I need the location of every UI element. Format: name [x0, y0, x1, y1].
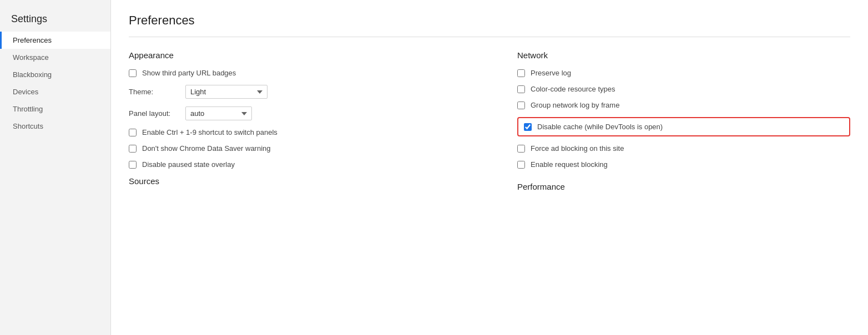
disable-paused-row: Disable paused state overlay — [129, 160, 484, 169]
force-ad-blocking-label[interactable]: Force ad blocking on this site — [517, 144, 624, 153]
dont-show-chrome-label[interactable]: Don't show Chrome Data Saver warning — [129, 144, 271, 153]
sidebar-item-label: Devices — [13, 88, 38, 96]
sidebar-item-workspace[interactable]: Workspace — [0, 49, 110, 66]
preserve-log-text: Preserve log — [531, 69, 571, 77]
right-column: Network Preserve log Color-code resource… — [517, 50, 850, 322]
sidebar-item-label: Workspace — [13, 53, 49, 62]
sidebar-item-throttling[interactable]: Throttling — [0, 100, 110, 118]
disable-paused-label[interactable]: Disable paused state overlay — [129, 160, 235, 169]
disable-cache-highlighted-row: Disable cache (while DevTools is open) — [517, 117, 850, 136]
disable-paused-checkbox[interactable] — [129, 161, 137, 169]
sidebar-item-label: Shortcuts — [13, 122, 43, 130]
enable-request-blocking-checkbox[interactable] — [517, 161, 525, 169]
color-code-label[interactable]: Color-code resource types — [517, 85, 615, 93]
sidebar-item-label: Preferences — [13, 36, 52, 44]
theme-label: Theme: — [129, 88, 179, 96]
dont-show-chrome-text: Don't show Chrome Data Saver warning — [142, 144, 271, 153]
show-third-party-label[interactable]: Show third party URL badges — [129, 69, 236, 77]
show-third-party-checkbox[interactable] — [129, 69, 137, 77]
group-network-text: Group network log by frame — [531, 101, 619, 109]
panel-layout-row: Panel layout: auto horizontal vertical — [129, 106, 484, 120]
network-section-title: Network — [517, 50, 850, 60]
enable-ctrl-row: Enable Ctrl + 1-9 shortcut to switch pan… — [129, 128, 484, 136]
force-ad-blocking-checkbox[interactable] — [517, 145, 525, 153]
enable-ctrl-text: Enable Ctrl + 1-9 shortcut to switch pan… — [142, 128, 277, 136]
sidebar: Settings Preferences Workspace Blackboxi… — [0, 0, 111, 335]
color-code-checkbox[interactable] — [517, 85, 525, 93]
show-third-party-row: Show third party URL badges — [129, 69, 484, 77]
network-section: Network Preserve log Color-code resource… — [517, 50, 850, 169]
sidebar-item-shortcuts[interactable]: Shortcuts — [0, 118, 110, 135]
disable-cache-checkbox[interactable] — [524, 123, 532, 131]
enable-ctrl-label[interactable]: Enable Ctrl + 1-9 shortcut to switch pan… — [129, 128, 277, 136]
group-network-checkbox[interactable] — [517, 101, 525, 109]
sidebar-item-label: Throttling — [13, 105, 43, 113]
dont-show-chrome-checkbox[interactable] — [129, 145, 137, 153]
disable-cache-label[interactable]: Disable cache (while DevTools is open) — [524, 123, 663, 131]
sidebar-title: Settings — [0, 4, 110, 32]
theme-select[interactable]: Light Dark System preference — [185, 85, 268, 99]
force-ad-blocking-row: Force ad blocking on this site — [517, 144, 850, 153]
preserve-log-checkbox[interactable] — [517, 69, 525, 77]
enable-request-blocking-row: Enable request blocking — [517, 160, 850, 169]
enable-request-blocking-label[interactable]: Enable request blocking — [517, 160, 608, 169]
disable-paused-text: Disable paused state overlay — [142, 160, 235, 169]
panel-layout-label: Panel layout: — [129, 109, 179, 118]
page-title: Preferences — [129, 13, 850, 28]
enable-ctrl-checkbox[interactable] — [129, 129, 137, 136]
force-ad-blocking-text: Force ad blocking on this site — [531, 144, 624, 153]
columns-container: Appearance Show third party URL badges T… — [129, 50, 850, 322]
sidebar-item-preferences[interactable]: Preferences — [0, 32, 110, 49]
preserve-log-row: Preserve log — [517, 69, 850, 77]
color-code-text: Color-code resource types — [531, 85, 615, 93]
show-third-party-text: Show third party URL badges — [142, 69, 236, 77]
preserve-log-label[interactable]: Preserve log — [517, 69, 571, 77]
group-network-label[interactable]: Group network log by frame — [517, 101, 619, 109]
panel-layout-select[interactable]: auto horizontal vertical — [185, 106, 252, 120]
sidebar-item-label: Blackboxing — [13, 70, 52, 79]
sidebar-item-devices[interactable]: Devices — [0, 83, 110, 100]
sidebar-item-blackboxing[interactable]: Blackboxing — [0, 66, 110, 83]
enable-request-blocking-text: Enable request blocking — [531, 160, 608, 169]
divider — [129, 37, 850, 37]
theme-row: Theme: Light Dark System preference — [129, 85, 484, 99]
left-column: Appearance Show third party URL badges T… — [129, 50, 484, 322]
main-content: Preferences Appearance Show third party … — [111, 0, 868, 335]
appearance-section-title: Appearance — [129, 50, 484, 60]
dont-show-chrome-row: Don't show Chrome Data Saver warning — [129, 144, 484, 153]
group-network-row: Group network log by frame — [517, 101, 850, 109]
color-code-row: Color-code resource types — [517, 85, 850, 93]
performance-section-title: Performance — [517, 182, 850, 191]
disable-cache-text: Disable cache (while DevTools is open) — [537, 123, 663, 131]
sources-section-title: Sources — [129, 176, 484, 186]
